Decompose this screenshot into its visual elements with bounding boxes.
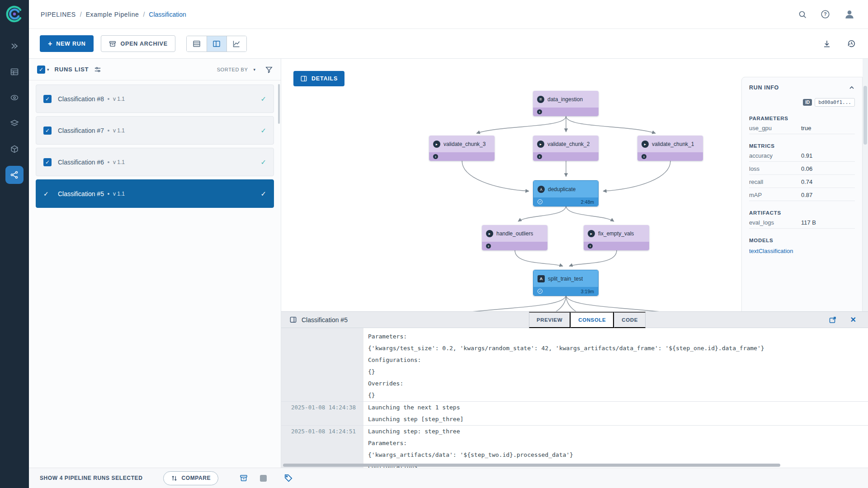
metric-value: 0.74: [801, 178, 812, 185]
run-info-title: RUN INFO: [749, 84, 779, 91]
log-line: {'kwargs/test_size': 0.2, 'kwargs/random…: [363, 343, 764, 354]
sidebar-item-models[interactable]: [5, 140, 24, 158]
sidebar-item-pipelines[interactable]: [5, 166, 24, 184]
top-header: PIPELINES / Example Pipeline / Classific…: [29, 0, 868, 29]
sidebar-item-scout[interactable]: [5, 89, 24, 107]
split-view-button[interactable]: [207, 36, 226, 52]
select-all-checkbox[interactable]: [37, 66, 45, 74]
graph-node-validate-chunk-1[interactable]: validate_chunk_1: [637, 136, 703, 161]
details-button[interactable]: DETAILS: [293, 71, 344, 86]
graph-node-split-train-test[interactable]: split_train_test 3:19m: [533, 270, 599, 296]
graph-node-data-ingestion[interactable]: data_ingestion: [533, 91, 599, 116]
view-toggle-group: [186, 36, 247, 52]
console-log[interactable]: Parameters: {'kwargs/test_size': 0.2, 'k…: [281, 328, 868, 468]
refresh-history-button[interactable]: [846, 38, 857, 49]
user-menu-button[interactable]: [843, 8, 856, 21]
tab-preview[interactable]: PREVIEW: [529, 312, 571, 328]
log-timestamp: [281, 437, 363, 449]
metric-row: loss 0.06: [749, 163, 855, 175]
run-checkbox[interactable]: [43, 158, 52, 166]
app-logo[interactable]: [5, 5, 24, 23]
avatar-icon: [844, 9, 855, 20]
expand-icon: [829, 316, 837, 324]
sidebar-item-getting-started[interactable]: [5, 37, 24, 55]
compare-button[interactable]: COMPARE: [163, 471, 218, 485]
run-step-icon: [486, 230, 493, 237]
node-label: split_train_test: [548, 276, 583, 282]
metric-label: recall: [749, 178, 801, 185]
close-console-icon[interactable]: ✕: [850, 316, 856, 324]
cube-icon: [10, 145, 19, 154]
new-run-button[interactable]: + NEW RUN: [40, 35, 94, 52]
sidebar-item-reports[interactable]: [5, 63, 24, 81]
run-title: Classification #6: [58, 159, 104, 166]
graph-node-validate-chunk-2[interactable]: validate_chunk_2: [533, 136, 599, 161]
run-row-classification-7[interactable]: Classification #7 v 1.1: [36, 116, 274, 145]
log-line: {}: [363, 389, 375, 401]
model-link[interactable]: textClassification: [749, 248, 855, 254]
models-section-title: MODELS: [749, 238, 855, 243]
console-horizontal-scrollbar[interactable]: [283, 464, 780, 467]
metric-row: mAP 0.87: [749, 189, 855, 201]
tab-console[interactable]: CONSOLE: [571, 312, 614, 328]
table-view-button[interactable]: [187, 36, 207, 52]
header-actions: ?: [797, 8, 856, 21]
graph-node-handle-outliers[interactable]: handle_outliers: [482, 225, 547, 250]
completed-check-icon: [260, 127, 266, 135]
run-selected-check-icon[interactable]: [43, 190, 52, 197]
run-row-classification-6[interactable]: Classification #6 v 1.1: [36, 148, 274, 176]
metric-label: loss: [749, 165, 801, 172]
graph-scrollbar-thumb[interactable]: [863, 86, 867, 145]
pipeline-toolbar: + NEW RUN OPEN ARCHIVE: [29, 29, 868, 59]
graph-node-validate-chunk-3[interactable]: validate_chunk_3: [429, 136, 495, 161]
customize-columns-button[interactable]: [94, 66, 101, 73]
breadcrumb-current[interactable]: Classification: [149, 11, 186, 18]
log-line: Launching the next 1 steps: [363, 402, 460, 413]
graph-node-fix-empty-vals[interactable]: fix_empty_vals: [584, 225, 649, 250]
run-checkbox[interactable]: [43, 95, 52, 103]
runs-list-header: ▾ RUNS LIST SORTED BY ▾: [29, 59, 281, 80]
breadcrumb-root[interactable]: PIPELINES: [41, 11, 76, 18]
select-all-caret-icon[interactable]: ▾: [47, 67, 49, 72]
code-step-icon: [538, 275, 545, 282]
expand-console-button[interactable]: [828, 315, 838, 325]
status-pending-icon: [537, 109, 542, 114]
chart-view-button[interactable]: [226, 36, 246, 52]
run-row-classification-5[interactable]: Classification #5 v 1.1: [36, 179, 274, 208]
tag-selected-button[interactable]: [284, 474, 293, 483]
sorted-by-caret-icon[interactable]: ▾: [253, 67, 255, 72]
log-timestamp: [281, 343, 363, 354]
details-label: DETAILS: [311, 75, 338, 82]
run-checkbox[interactable]: [43, 127, 52, 135]
run-title: Classification #7: [58, 127, 104, 134]
download-button[interactable]: [821, 38, 832, 49]
graph-node-deduplicate[interactable]: deduplicate 2:48m: [533, 180, 599, 206]
node-label: data_ingestion: [547, 96, 583, 103]
collapse-panel-button[interactable]: [849, 84, 855, 91]
runs-list-scrollbar[interactable]: [278, 84, 280, 124]
table-icon: [10, 67, 19, 76]
double-chevron-right-icon: [10, 42, 19, 51]
run-id-value[interactable]: bd00a0f1...: [815, 98, 855, 107]
status-completed-icon: [538, 289, 542, 294]
log-timestamp: [281, 413, 363, 425]
compare-label: COMPARE: [181, 475, 211, 481]
parameters-section-title: PARAMETERS: [749, 116, 855, 121]
help-button[interactable]: ?: [820, 9, 831, 20]
sidebar-item-datasets[interactable]: [5, 114, 24, 132]
run-title: Classification #5: [58, 190, 104, 197]
abort-selected-button[interactable]: [260, 475, 267, 482]
breadcrumb-project[interactable]: Example Pipeline: [86, 11, 139, 18]
chevron-up-icon: [849, 84, 855, 91]
node-duration: 3:19m: [581, 289, 594, 294]
artifact-label: eval_logs: [749, 219, 801, 226]
run-version: v 1.1: [113, 191, 125, 197]
archive-selected-button[interactable]: [239, 474, 248, 483]
sorted-by-label[interactable]: SORTED BY: [217, 67, 248, 72]
log-timestamp: [281, 378, 363, 389]
tab-code[interactable]: CODE: [614, 312, 646, 328]
search-button[interactable]: [797, 9, 808, 20]
open-archive-button[interactable]: OPEN ARCHIVE: [101, 35, 175, 52]
run-row-classification-8[interactable]: Classification #8 v 1.1: [36, 84, 274, 113]
filter-button[interactable]: [265, 66, 273, 73]
